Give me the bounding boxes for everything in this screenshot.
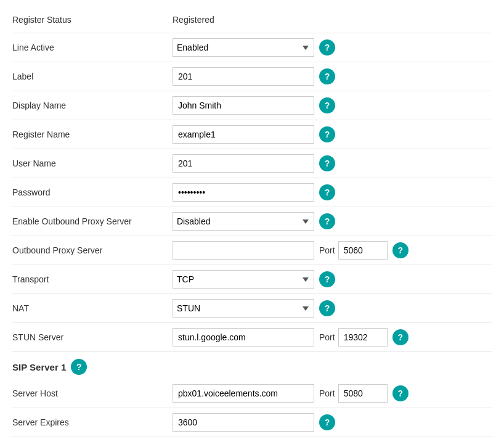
- server-host-row: Server Host Port ?: [12, 379, 492, 408]
- server-expires-input[interactable]: [173, 413, 314, 432]
- sip-server-section-help-icon[interactable]: ?: [71, 359, 87, 375]
- register-name-label: Register Name: [12, 129, 173, 139]
- password-row: Password ?: [12, 178, 492, 207]
- stun-server-port-input[interactable]: [338, 328, 388, 347]
- register-name-row: Register Name ?: [12, 120, 492, 149]
- user-name-row: User Name ?: [12, 149, 492, 178]
- display-name-controls: ?: [173, 96, 492, 115]
- register-status-row: Register Status Registered: [12, 6, 492, 33]
- server-expires-row: Server Expires ?: [12, 408, 492, 437]
- server-host-controls: Port ?: [173, 384, 492, 403]
- register-name-input[interactable]: [173, 125, 314, 144]
- password-input[interactable]: [173, 183, 314, 202]
- sip-server-section-row: SIP Server 1 ?: [12, 352, 492, 379]
- server-host-help-icon[interactable]: ?: [392, 385, 408, 401]
- nat-controls: STUN None Manual ?: [173, 299, 492, 318]
- sip-server-section-label: SIP Server 1 ?: [12, 359, 173, 375]
- stun-server-label: STUN Server: [12, 332, 173, 342]
- server-host-label: Server Host: [12, 388, 173, 398]
- server-expires-label: Server Expires: [12, 417, 173, 427]
- sip-server-section-title: SIP Server 1: [12, 362, 66, 372]
- outbound-proxy-controls: Port ?: [173, 241, 492, 260]
- outbound-proxy-port-input[interactable]: [338, 241, 388, 260]
- line-active-help-icon[interactable]: ?: [319, 39, 335, 55]
- outbound-proxy-label: Outbound Proxy Server: [12, 245, 173, 255]
- server-host-port-group: Port: [319, 384, 388, 403]
- line-active-select[interactable]: Enabled Disabled: [173, 38, 314, 57]
- transport-help-icon[interactable]: ?: [319, 271, 335, 287]
- stun-server-port-group: Port: [319, 328, 388, 347]
- label-help-icon[interactable]: ?: [319, 68, 335, 84]
- transport-label: Transport: [12, 274, 173, 284]
- server-host-port-input[interactable]: [338, 384, 388, 403]
- stun-server-port-label: Port: [319, 332, 335, 342]
- server-host-port-label: Port: [319, 388, 335, 398]
- label-controls: ?: [173, 67, 492, 86]
- transport-row: Transport TCP UDP TLS ?: [12, 265, 492, 294]
- stun-server-row: STUN Server Port ?: [12, 323, 492, 352]
- register-status-controls: Registered: [173, 15, 492, 25]
- outbound-proxy-input[interactable]: [173, 241, 314, 260]
- enable-outbound-proxy-select[interactable]: Disabled Enabled: [173, 212, 314, 231]
- label-input[interactable]: [173, 67, 314, 86]
- outbound-proxy-help-icon[interactable]: ?: [392, 242, 408, 258]
- register-status-value: Registered: [173, 15, 214, 25]
- outbound-proxy-row: Outbound Proxy Server Port ?: [12, 236, 492, 265]
- line-active-controls: Enabled Disabled ?: [173, 38, 492, 57]
- label-row: Label ?: [12, 62, 492, 91]
- main-container: Register Status Registered Line Active E…: [0, 0, 504, 439]
- user-name-help-icon[interactable]: ?: [319, 155, 335, 171]
- server-expires-controls: ?: [173, 413, 492, 432]
- label-field-label: Label: [12, 72, 173, 81]
- nat-help-icon[interactable]: ?: [319, 300, 335, 316]
- enable-outbound-proxy-row: Enable Outbound Proxy Server Disabled En…: [12, 207, 492, 236]
- password-label: Password: [12, 187, 173, 197]
- stun-server-help-icon[interactable]: ?: [392, 329, 408, 345]
- server-host-input[interactable]: [173, 384, 314, 403]
- stun-server-input[interactable]: [173, 328, 314, 347]
- register-status-label: Register Status: [12, 15, 173, 25]
- transport-controls: TCP UDP TLS ?: [173, 270, 492, 289]
- user-name-label: User Name: [12, 158, 173, 168]
- server-expires-help-icon[interactable]: ?: [319, 414, 335, 430]
- enable-outbound-proxy-controls: Disabled Enabled ?: [173, 212, 492, 231]
- display-name-label: Display Name: [12, 101, 173, 110]
- nat-label: NAT: [12, 303, 173, 313]
- line-active-label: Line Active: [12, 43, 173, 52]
- register-name-controls: ?: [173, 125, 492, 144]
- enable-outbound-proxy-label: Enable Outbound Proxy Server: [12, 216, 173, 226]
- nat-select[interactable]: STUN None Manual: [173, 299, 314, 318]
- user-name-controls: ?: [173, 154, 492, 173]
- nat-row: NAT STUN None Manual ?: [12, 294, 492, 323]
- display-name-row: Display Name ?: [12, 91, 492, 120]
- transport-select[interactable]: TCP UDP TLS: [173, 270, 314, 289]
- register-name-help-icon[interactable]: ?: [319, 126, 335, 142]
- display-name-input[interactable]: [173, 96, 314, 115]
- enable-outbound-proxy-help-icon[interactable]: ?: [319, 213, 335, 229]
- password-controls: ?: [173, 183, 492, 202]
- display-name-help-icon[interactable]: ?: [319, 97, 335, 113]
- password-help-icon[interactable]: ?: [319, 184, 335, 200]
- stun-server-controls: Port ?: [173, 328, 492, 347]
- line-active-row: Line Active Enabled Disabled ?: [12, 33, 492, 62]
- outbound-proxy-port-label: Port: [319, 245, 335, 255]
- outbound-proxy-port-group: Port: [319, 241, 388, 260]
- user-name-input[interactable]: [173, 154, 314, 173]
